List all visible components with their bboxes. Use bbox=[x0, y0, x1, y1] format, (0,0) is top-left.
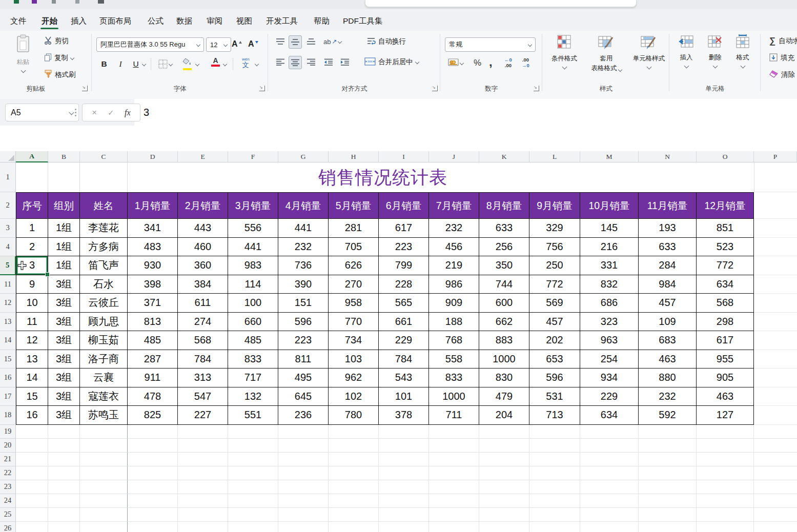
percent-style-button[interactable]: % bbox=[474, 58, 481, 68]
cell[interactable] bbox=[228, 508, 278, 522]
cell[interactable] bbox=[580, 522, 639, 532]
cell[interactable] bbox=[278, 494, 329, 508]
column-header-P[interactable]: P bbox=[754, 151, 797, 162]
tab-数据[interactable]: 数据 bbox=[176, 9, 192, 31]
tab-页面布局[interactable]: 页面布局 bbox=[99, 9, 131, 31]
format-painter-button[interactable]: 格式刷 bbox=[44, 69, 76, 81]
phonetic-guide-button[interactable]: wén 文 bbox=[242, 57, 250, 68]
cell-O16[interactable]: 905 bbox=[697, 369, 754, 387]
table-header-cell[interactable]: 7月销量 bbox=[429, 192, 479, 219]
title-row-cell[interactable] bbox=[48, 162, 80, 192]
row-header-12[interactable]: 12 bbox=[0, 294, 16, 313]
format-cells-button[interactable]: 格式 bbox=[729, 34, 756, 68]
cell-C4[interactable]: 方多病 bbox=[80, 238, 128, 257]
cell[interactable] bbox=[479, 480, 529, 494]
cell[interactable] bbox=[639, 466, 697, 480]
cell[interactable] bbox=[639, 425, 697, 439]
cell-M12[interactable]: 686 bbox=[580, 294, 639, 313]
cell[interactable] bbox=[639, 522, 697, 532]
merge-center-button[interactable]: 合并后居中 bbox=[364, 56, 419, 68]
cell-O3[interactable]: 851 bbox=[697, 219, 754, 238]
row-header-23[interactable]: 23 bbox=[0, 480, 16, 494]
table-header-cell[interactable]: 1月销量 bbox=[128, 192, 178, 219]
cell-I5[interactable]: 799 bbox=[379, 256, 429, 275]
cell[interactable] bbox=[80, 453, 128, 466]
cell-E4[interactable]: 460 bbox=[178, 238, 228, 257]
cell-B13[interactable]: 3组 bbox=[48, 313, 80, 332]
cell[interactable] bbox=[429, 466, 479, 480]
cell-A18[interactable]: 16 bbox=[16, 406, 48, 425]
name-box[interactable]: A5 bbox=[5, 104, 79, 121]
column-header-K[interactable]: K bbox=[479, 151, 529, 162]
cell-J15[interactable]: 558 bbox=[429, 350, 479, 369]
cell-C18[interactable]: 苏鸣玉 bbox=[80, 406, 128, 425]
cell[interactable] bbox=[178, 480, 228, 494]
row-header-13[interactable]: 13 bbox=[0, 313, 16, 332]
cell[interactable] bbox=[228, 480, 278, 494]
tab-插入[interactable]: 插入 bbox=[71, 9, 87, 31]
row-header-16[interactable]: 16 bbox=[0, 369, 16, 387]
column-header-C[interactable]: C bbox=[80, 151, 128, 162]
cancel-icon[interactable]: × bbox=[92, 108, 97, 118]
cell[interactable] bbox=[479, 494, 529, 508]
cell-J17[interactable]: 1000 bbox=[429, 387, 479, 406]
cell[interactable] bbox=[128, 466, 178, 480]
cell[interactable] bbox=[228, 453, 278, 466]
cell[interactable] bbox=[639, 508, 697, 522]
shrink-font-button[interactable]: A bbox=[248, 38, 258, 50]
cell[interactable] bbox=[529, 522, 580, 532]
cell[interactable] bbox=[228, 425, 278, 439]
cell-N13[interactable]: 109 bbox=[639, 313, 697, 332]
cell[interactable] bbox=[128, 480, 178, 494]
cell-N16[interactable]: 880 bbox=[639, 369, 697, 387]
cell-K12[interactable]: 600 bbox=[479, 294, 529, 313]
cell-C14[interactable]: 柳玉茹 bbox=[80, 331, 128, 350]
cell-I3[interactable]: 617 bbox=[379, 219, 429, 238]
orientation-button[interactable]: ab ↗ bbox=[323, 35, 341, 48]
cell-E16[interactable]: 313 bbox=[178, 369, 228, 387]
cell[interactable] bbox=[479, 508, 529, 522]
cell-C12[interactable]: 云彼丘 bbox=[80, 294, 128, 313]
cell[interactable] bbox=[379, 508, 429, 522]
cell-A13[interactable]: 11 bbox=[16, 313, 48, 332]
cell[interactable] bbox=[754, 369, 797, 387]
cell-J12[interactable]: 909 bbox=[429, 294, 479, 313]
cell[interactable] bbox=[48, 522, 80, 532]
cell[interactable] bbox=[128, 425, 178, 439]
cell[interactable] bbox=[697, 522, 754, 532]
cell-D12[interactable]: 371 bbox=[128, 294, 178, 313]
font-size-select[interactable]: 12 bbox=[206, 37, 231, 52]
cell[interactable] bbox=[479, 439, 529, 453]
cell[interactable] bbox=[429, 508, 479, 522]
cell-L16[interactable]: 596 bbox=[529, 369, 580, 387]
cell[interactable] bbox=[580, 494, 639, 508]
cell-M15[interactable]: 254 bbox=[580, 350, 639, 369]
cell[interactable] bbox=[48, 453, 80, 466]
paste-button[interactable]: 粘贴 bbox=[8, 34, 38, 72]
cell-D14[interactable]: 485 bbox=[128, 331, 178, 350]
cell[interactable] bbox=[429, 480, 479, 494]
cell-J4[interactable]: 456 bbox=[429, 238, 479, 257]
cell[interactable] bbox=[329, 480, 379, 494]
clipboard-dialog-launcher[interactable] bbox=[82, 86, 88, 91]
cell[interactable] bbox=[278, 508, 329, 522]
cell-O18[interactable]: 127 bbox=[697, 406, 754, 425]
column-header-D[interactable]: D bbox=[128, 151, 178, 162]
cell-K5[interactable]: 350 bbox=[479, 256, 529, 275]
cell-K15[interactable]: 1000 bbox=[479, 350, 529, 369]
cell-H11[interactable]: 270 bbox=[329, 275, 379, 294]
cell[interactable] bbox=[754, 256, 797, 275]
table-header-cell[interactable]: 5月销量 bbox=[329, 192, 379, 219]
cell-B16[interactable]: 3组 bbox=[48, 369, 80, 387]
cell-C11[interactable]: 石水 bbox=[80, 275, 128, 294]
conditional-formatting-button[interactable]: 条件格式 bbox=[545, 34, 583, 69]
cell[interactable] bbox=[529, 480, 580, 494]
cell[interactable] bbox=[754, 387, 797, 406]
insert-function-icon[interactable]: fx bbox=[125, 108, 131, 117]
cell[interactable] bbox=[48, 439, 80, 453]
cell[interactable] bbox=[178, 425, 228, 439]
cell-H12[interactable]: 958 bbox=[329, 294, 379, 313]
cell-H4[interactable]: 705 bbox=[329, 238, 379, 257]
cell[interactable] bbox=[178, 522, 228, 532]
cell-G11[interactable]: 390 bbox=[278, 275, 329, 294]
